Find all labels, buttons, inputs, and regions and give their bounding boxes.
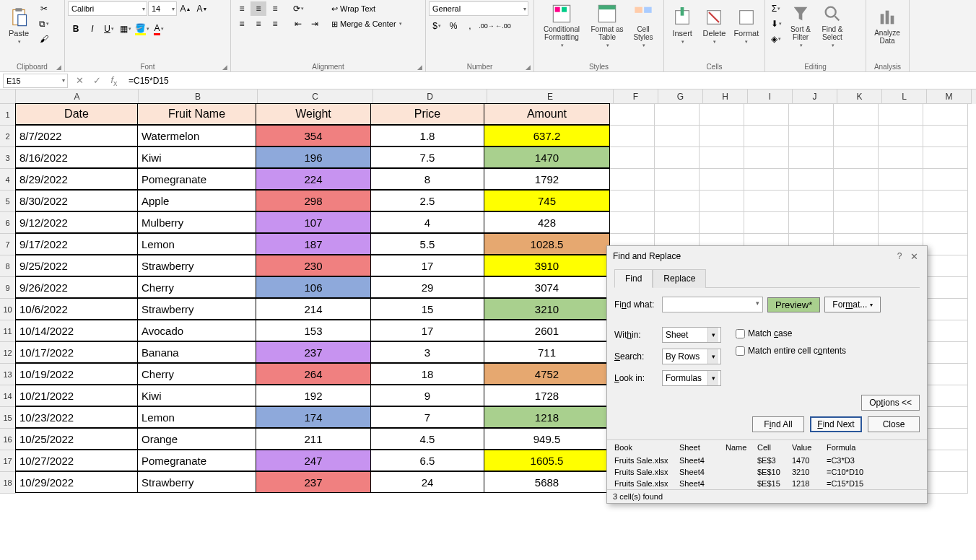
cell-K3[interactable] <box>834 147 879 169</box>
cell-styles-button[interactable]: Cell Styles▾ <box>628 1 658 51</box>
decrease-indent-button[interactable]: ⇤ <box>290 17 306 31</box>
col-header-K[interactable]: K <box>837 89 882 104</box>
cell-E14[interactable]: 1728 <box>484 385 610 406</box>
find-select-button[interactable]: Find & Select▾ <box>817 1 848 51</box>
row-header-8[interactable]: 8 <box>0 255 16 277</box>
search-select[interactable]: By Rows <box>662 349 721 364</box>
cell-D1[interactable]: Price <box>370 103 484 125</box>
cell-C9[interactable]: 106 <box>256 276 371 298</box>
cell-E6[interactable]: 428 <box>484 211 610 233</box>
cell-C7[interactable]: 187 <box>256 233 371 255</box>
cell-E2[interactable]: 637.2 <box>484 125 610 146</box>
cell-K4[interactable] <box>834 169 879 191</box>
cell-A6[interactable]: 9/12/2022 <box>15 211 138 233</box>
cell-E9[interactable]: 3074 <box>484 276 610 298</box>
cell-D15[interactable]: 7 <box>370 406 484 428</box>
row-header-7[interactable]: 7 <box>0 234 16 255</box>
cell-J3[interactable] <box>789 147 834 169</box>
cell-B16[interactable]: Orange <box>137 428 256 450</box>
cell-E4[interactable]: 1792 <box>484 168 610 190</box>
dialog-help-button[interactable]: ? <box>892 251 907 261</box>
row-header-15[interactable]: 15 <box>0 407 16 429</box>
cell-D6[interactable]: 4 <box>370 211 484 233</box>
cell-B6[interactable]: Mulberry <box>137 211 256 233</box>
row-header-1[interactable]: 1 <box>0 104 16 126</box>
cell-B1[interactable]: Fruit Name <box>137 103 256 125</box>
cell-J6[interactable] <box>789 212 834 234</box>
cell-I2[interactable] <box>744 126 789 147</box>
cell-B18[interactable]: Strawberry <box>137 471 256 493</box>
cell-E18[interactable]: 5688 <box>484 471 610 493</box>
col-header-J[interactable]: J <box>793 89 837 104</box>
cell-D2[interactable]: 1.8 <box>370 125 484 146</box>
cell-A17[interactable]: 10/27/2022 <box>15 450 138 471</box>
number-launcher[interactable]: ◢ <box>526 64 531 71</box>
cell-F3[interactable] <box>610 147 655 169</box>
cell-M9[interactable] <box>923 277 968 299</box>
cell-A10[interactable]: 10/6/2022 <box>15 298 138 320</box>
cell-L3[interactable] <box>879 147 923 169</box>
tab-find[interactable]: Find <box>614 269 653 288</box>
cell-M2[interactable] <box>923 126 968 147</box>
result-row[interactable]: Fruits Sale.xlsxSheet4$E$31470=C3*D3 <box>607 455 927 466</box>
fx-button[interactable]: fx <box>105 74 123 87</box>
cell-D5[interactable]: 2.5 <box>370 190 484 211</box>
cell-M6[interactable] <box>923 212 968 234</box>
cell-J4[interactable] <box>789 169 834 191</box>
wrap-text-button[interactable]: ↩Wrap Text <box>328 1 405 16</box>
cell-F1[interactable] <box>610 104 655 126</box>
italic-button[interactable]: I <box>84 22 100 36</box>
cell-D18[interactable]: 24 <box>370 471 484 493</box>
cell-A3[interactable]: 8/16/2022 <box>15 146 138 168</box>
col-header-B[interactable]: B <box>139 89 258 104</box>
cell-C3[interactable]: 196 <box>256 146 371 168</box>
tab-replace[interactable]: Replace <box>653 269 706 288</box>
row-header-10[interactable]: 10 <box>0 299 16 320</box>
cell-C13[interactable]: 264 <box>256 363 371 385</box>
align-bottom-button[interactable]: ≡ <box>267 1 283 16</box>
cell-D17[interactable]: 6.5 <box>370 450 484 471</box>
align-middle-button[interactable]: ≡ <box>250 1 266 16</box>
clipboard-launcher[interactable]: ◢ <box>56 64 61 71</box>
cell-C17[interactable]: 247 <box>256 450 371 471</box>
row-header-17[interactable]: 17 <box>0 450 16 472</box>
cell-E13[interactable]: 4752 <box>484 363 610 385</box>
row-header-11[interactable]: 11 <box>0 320 16 342</box>
row-header-3[interactable]: 3 <box>0 147 16 169</box>
cell-D8[interactable]: 17 <box>370 255 484 276</box>
cell-M13[interactable] <box>923 364 968 385</box>
cell-J5[interactable] <box>789 191 834 212</box>
col-header-F[interactable]: F <box>614 89 658 104</box>
cell-M7[interactable] <box>923 234 968 255</box>
find-what-input[interactable] <box>662 297 763 312</box>
cell-I1[interactable] <box>744 104 789 126</box>
cell-B14[interactable]: Kiwi <box>137 385 256 406</box>
cell-I3[interactable] <box>744 147 789 169</box>
cell-B17[interactable]: Pomegranate <box>137 450 256 471</box>
delete-button[interactable]: Delete▾ <box>699 1 729 51</box>
col-header-I[interactable]: I <box>748 89 793 104</box>
close-button[interactable]: Close <box>868 416 920 432</box>
cell-L4[interactable] <box>879 169 923 191</box>
paste-button[interactable]: Paste▾ <box>3 1 35 51</box>
cell-B11[interactable]: Avocado <box>137 320 256 341</box>
cell-G5[interactable] <box>655 191 700 212</box>
sort-filter-button[interactable]: Sort & Filter▾ <box>785 1 816 51</box>
cell-F4[interactable] <box>610 169 655 191</box>
cell-D14[interactable]: 9 <box>370 385 484 406</box>
cell-B15[interactable]: Lemon <box>137 406 256 428</box>
result-row[interactable]: Fruits Sale.xlsxSheet4$E$103210=C10*D10 <box>607 466 927 478</box>
insert-button[interactable]: Insert▾ <box>667 1 697 51</box>
cell-H1[interactable] <box>700 104 744 126</box>
cell-M18[interactable] <box>923 472 968 494</box>
formula-input[interactable]: =C15*D15 <box>123 76 976 86</box>
format-painter-button[interactable]: 🖌 <box>36 32 52 46</box>
row-header-6[interactable]: 6 <box>0 212 16 234</box>
percent-format-button[interactable]: % <box>445 19 461 33</box>
cell-M17[interactable] <box>923 450 968 472</box>
row-header-14[interactable]: 14 <box>0 385 16 407</box>
fill-button[interactable]: ⬇▾ <box>768 17 784 31</box>
options-button[interactable]: Options << <box>861 395 920 411</box>
cell-G2[interactable] <box>655 126 700 147</box>
select-all-corner[interactable] <box>0 89 16 104</box>
